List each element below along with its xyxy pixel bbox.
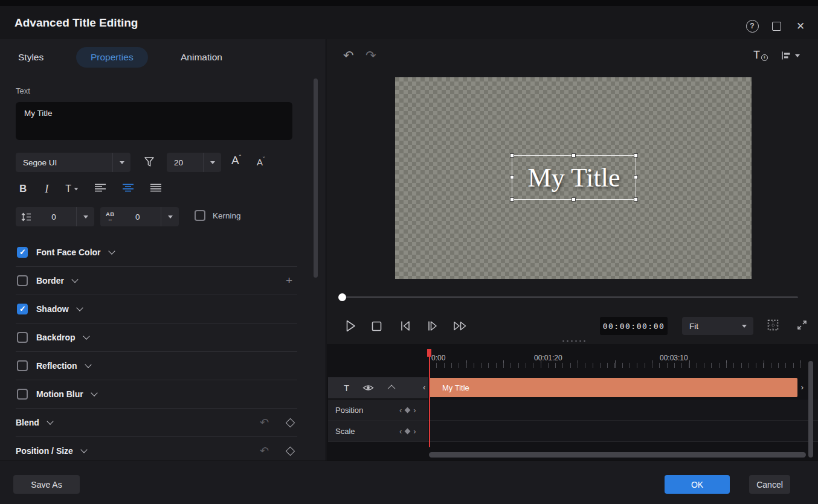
font-face-color-checkbox[interactable] [17,247,28,258]
chevron-down-icon[interactable] [71,276,78,282]
playhead-line[interactable] [429,349,430,447]
add-text-button[interactable]: T+ [753,49,760,62]
selection-handle[interactable] [634,153,638,158]
section-backdrop[interactable]: Backdrop [16,324,297,352]
section-blend[interactable]: Blend ↶ [16,409,297,437]
title-text-input[interactable]: My Title [16,102,292,140]
undo-icon[interactable]: ↶ [260,416,269,429]
selection-handle[interactable] [510,197,514,202]
clip-trim-left-handle[interactable]: ‹ [423,383,425,392]
maximize-button[interactable] [768,18,784,34]
section-shadow[interactable]: Shadow [16,295,297,324]
preview-canvas[interactable]: My Title [395,77,752,279]
font-filter-icon[interactable] [143,156,155,170]
safe-area-grid-button[interactable] [767,319,779,331]
next-keyframe-button[interactable]: › [413,406,416,414]
undo-button[interactable]: ↶ [343,48,354,63]
title-clip[interactable]: ‹ My Title › [429,378,797,397]
stop-button[interactable] [372,321,382,331]
next-frame-button[interactable] [427,320,439,332]
chevron-down-icon[interactable] [112,153,130,172]
selection-handle[interactable] [510,175,514,179]
next-keyframe-button[interactable]: › [413,427,416,435]
clip-trim-right-handle[interactable]: › [801,383,804,392]
seek-handle[interactable] [338,293,346,301]
font-family-dropdown[interactable]: Segoe UI [16,153,130,172]
section-reflection[interactable]: Reflection [16,352,297,380]
chevron-down-icon[interactable] [108,247,115,254]
border-checkbox[interactable] [17,275,28,286]
align-left-button[interactable] [94,183,106,194]
increase-font-size-button[interactable]: Aˆ [231,154,241,167]
title-selection-box[interactable]: My Title [512,155,636,200]
tab-animation[interactable]: Animation [181,39,222,75]
save-as-button[interactable]: Save As [13,475,80,494]
selection-handle[interactable] [572,197,576,202]
keyframe-add-icon[interactable] [286,418,295,427]
tab-styles[interactable]: Styles [18,39,43,75]
text-style-dropdown[interactable]: T [65,183,79,194]
motion-blur-checkbox[interactable] [17,389,28,400]
letter-spacing-control[interactable]: AB ↔ 0 [100,207,179,226]
close-button[interactable]: ✕ [793,18,808,34]
bold-button[interactable]: B [19,183,27,195]
kerning-checkbox[interactable] [195,210,205,221]
chevron-up-icon[interactable] [388,385,396,393]
line-spacing-control[interactable]: 0 [16,207,94,226]
section-position-size[interactable]: Position / Size ↶ [16,437,297,461]
play-button[interactable] [344,319,356,333]
panel-scrollbar[interactable] [314,78,318,278]
align-right-button[interactable] [150,183,162,194]
keyframe-add-icon[interactable] [286,446,295,456]
keyframe-icon[interactable] [405,407,411,413]
align-center-button[interactable] [122,183,134,194]
font-size-dropdown[interactable]: 20 [167,153,221,172]
backdrop-checkbox[interactable] [17,332,28,343]
track-visibility-toggle[interactable] [362,384,374,392]
chevron-down-icon[interactable] [161,207,179,226]
seek-bar[interactable] [343,296,798,298]
shadow-checkbox[interactable] [17,304,28,314]
chevron-down-icon[interactable] [85,361,91,368]
chevron-down-icon[interactable] [76,207,94,226]
position-keyframe-track[interactable] [429,400,818,420]
selection-handle[interactable] [634,175,638,179]
italic-button[interactable]: I [45,183,48,196]
section-motion-blur[interactable]: Motion Blur [16,380,297,409]
section-border[interactable]: Border + [16,267,297,295]
reflection-checkbox[interactable] [17,360,28,371]
help-button[interactable]: ? [744,18,760,34]
redo-button[interactable]: ↷ [366,48,376,63]
tab-properties[interactable]: Properties [76,47,148,68]
add-border-button[interactable]: + [286,274,292,287]
alignment-dropdown[interactable] [781,51,800,60]
fast-forward-button[interactable] [453,321,468,331]
selection-handle[interactable] [572,153,576,158]
ok-button[interactable]: OK [665,475,730,494]
timeline-horizontal-scrollbar[interactable] [429,452,806,458]
chevron-down-icon[interactable] [91,389,97,396]
chevron-down-icon[interactable] [80,446,87,453]
chevron-down-icon[interactable] [76,304,83,311]
scale-keyframe-track[interactable] [429,421,818,441]
cancel-button[interactable]: Cancel [749,475,790,494]
scrollbar-thumb[interactable] [429,452,806,458]
panel-splitter-handle[interactable] [561,340,588,342]
selection-handle[interactable] [634,197,638,202]
previous-frame-button[interactable] [399,320,411,332]
chevron-down-icon[interactable] [203,153,221,172]
previous-keyframe-button[interactable]: ‹ [399,406,402,414]
undo-icon[interactable]: ↶ [260,444,269,458]
keyframe-icon[interactable] [405,428,411,434]
decrease-font-size-button[interactable]: Aˇ [257,156,265,167]
fullscreen-button[interactable] [796,319,808,331]
chevron-down-icon[interactable] [735,317,753,335]
preview-title-text[interactable]: My Title [528,162,620,193]
zoom-fit-dropdown[interactable]: Fit [682,317,753,335]
chevron-down-icon[interactable] [83,333,89,339]
section-font-face-color[interactable]: Font Face Color [16,238,297,267]
timeline-vertical-scrollbar[interactable] [808,361,813,458]
chevron-down-icon[interactable] [47,418,53,424]
selection-handle[interactable] [510,153,514,158]
previous-keyframe-button[interactable]: ‹ [399,427,402,435]
